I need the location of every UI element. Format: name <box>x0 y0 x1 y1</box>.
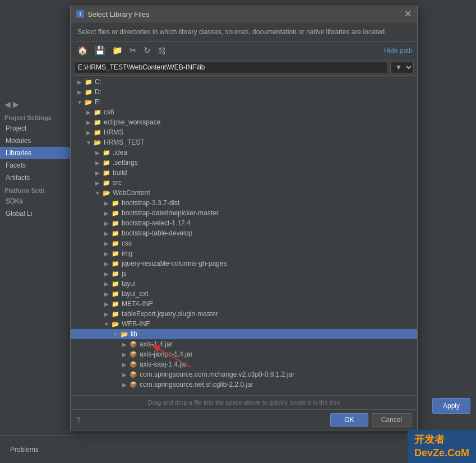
label-cglib: com.springsource.net.sf.cglib-2.2.0.jar <box>140 381 417 388</box>
tree-item-axisjaxrpc[interactable]: ▶ 📦 axis-jaxrpc-1.4.jar <box>71 349 417 359</box>
modal-help-icon[interactable]: ? <box>76 415 81 424</box>
modal-titlebar: I Select Library Files ✕ <box>71 6 417 22</box>
hide-path-link[interactable]: Hide path <box>384 47 413 54</box>
path-input[interactable] <box>74 61 388 73</box>
label-e: E: <box>95 98 417 106</box>
watermark-line2: DevZe.CoM <box>414 447 469 460</box>
folder-icon-meta-inf: 📁 <box>111 300 120 308</box>
toolbar-cut-btn[interactable]: ✂ <box>127 44 139 57</box>
toggle-eclipse-workspace: ▶ <box>84 119 93 126</box>
tree-item-eclipse-workspace[interactable]: ▶ 📁 eclipse_workspace <box>71 117 417 127</box>
toolbar-save-btn[interactable]: 💾 <box>93 44 108 57</box>
toolbar-refresh-btn[interactable]: ↻ <box>141 44 153 57</box>
tree-item-bootstrapdtp[interactable]: ▶ 📁 bootstrap-datetimepicker-master <box>71 208 417 218</box>
tree-item-jquery-resizable[interactable]: ▶ 📁 jquery-resizable-columns-gh-pages <box>71 258 417 268</box>
toggle-src: ▶ <box>93 180 102 186</box>
tree-item-lib[interactable]: ▼ 📂 lib <box>71 329 417 339</box>
toggle-commchange: ▶ <box>120 372 129 378</box>
tree-item-webcontent[interactable]: ▼ 📂 WebContent <box>71 188 417 198</box>
toolbar-new-folder-btn[interactable]: 📁 <box>110 44 125 57</box>
folder-icon-hrms: 📁 <box>93 128 102 136</box>
modal-close-button[interactable]: ✕ <box>404 10 412 18</box>
watermark-line1: 开发者 <box>414 433 469 446</box>
tree-item-layui[interactable]: ▶ 📁 layui <box>71 279 417 289</box>
label-img: img <box>122 249 417 257</box>
toggle-bootstrapselect: ▶ <box>102 220 111 226</box>
label-layui-ext: layui_ext <box>122 290 417 298</box>
toggle-cglib: ▶ <box>120 382 129 388</box>
tree-item-bootstrap337[interactable]: ▶ 📁 bootstrap-3.3.7-dist <box>71 198 417 208</box>
tree-item-idea[interactable]: ▶ 📁 .idea <box>71 147 417 158</box>
folder-icon-layui-ext: 📁 <box>111 290 120 298</box>
tree-item-css[interactable]: ▶ 📁 css <box>71 238 417 248</box>
label-idea: .idea <box>113 149 417 156</box>
toolbar-link-btn[interactable]: ⛓ <box>155 44 168 57</box>
tree-item-bootstraptable[interactable]: ▶ 📁 bootstrap-table-develop <box>71 228 417 238</box>
toggle-hrms: ▶ <box>84 129 93 136</box>
toggle-css: ▶ <box>102 240 111 247</box>
tree-item-img[interactable]: ▶ 📁 img <box>71 248 417 258</box>
label-settings: .settings <box>113 159 417 166</box>
label-d: D: <box>95 88 417 96</box>
tree-item-axis14[interactable]: ▶ 📦 axis-1.4.jar <box>71 339 417 349</box>
path-dropdown[interactable]: ▼ <box>390 61 414 73</box>
label-cs6: cs6 <box>104 108 417 116</box>
folder-icon-bootstrapselect: 📁 <box>111 219 120 227</box>
tree-item-meta-inf[interactable]: ▶ 📁 META-INF <box>71 299 417 309</box>
drag-hint: Drag and drop a file into the space abov… <box>76 399 412 406</box>
toggle-js: ▶ <box>102 271 111 277</box>
tree-item-axissaaj[interactable]: ▶ 📦 axis-saaj-1.4.jar <box>71 359 417 369</box>
tree-item-web-inf[interactable]: ▼ 📂 WEB-INF <box>71 319 417 329</box>
toggle-meta-inf: ▶ <box>102 301 111 307</box>
jar-icon-axisjaxrpc: 📦 <box>129 350 138 358</box>
folder-icon-src: 📁 <box>102 179 111 187</box>
folder-icon-img: 📁 <box>111 249 120 257</box>
label-bootstraptable: bootstrap-table-develop <box>122 229 417 237</box>
tree-item-cs6[interactable]: ▶ 📁 cs6 <box>71 107 417 117</box>
tree-item-bootstrapselect[interactable]: ▶ 📁 bootstrap-select-1.12.4 <box>71 218 417 228</box>
modal-title-text: Select Library Files <box>87 10 150 18</box>
label-meta-inf: META-INF <box>122 300 417 308</box>
label-axissaaj: axis-saaj-1.4.jar <box>140 360 417 368</box>
toggle-img: ▶ <box>102 251 111 257</box>
label-lib: lib <box>131 330 417 338</box>
toggle-axis14: ▶ <box>120 341 129 348</box>
folder-icon-css: 📁 <box>111 239 120 247</box>
label-axisjaxrpc: axis-jaxrpc-1.4.jar <box>140 350 417 358</box>
ok-button[interactable]: OK <box>330 413 368 427</box>
toggle-hrms-test: ▼ <box>84 140 93 146</box>
label-build: build <box>113 169 417 177</box>
toggle-layui-ext: ▶ <box>102 291 111 297</box>
toolbar-buttons: 🏠 💾 📁 ✂ ↻ ⛓ <box>75 44 168 57</box>
folder-icon-settings: 📁 <box>102 159 111 166</box>
modal-path-bar: ▼ <box>71 59 417 76</box>
tree-item-commchange[interactable]: ▶ 📦 com.springsource.com.mchange.v2.c3p0… <box>71 369 417 379</box>
file-tree[interactable]: ▶ 📁 C: ▶ 📁 D: ▼ 📂 E: ▶ 📁 cs6 <box>71 76 417 395</box>
toggle-jquery-resizable: ▶ <box>102 261 111 267</box>
folder-icon-eclipse-workspace: 📁 <box>93 118 102 126</box>
tree-item-layui-ext[interactable]: ▶ 📁 layui_ext <box>71 289 417 299</box>
toggle-d: ▶ <box>75 89 84 95</box>
toolbar-home-btn[interactable]: 🏠 <box>75 44 90 57</box>
tree-item-c[interactable]: ▶ 📁 C: <box>71 77 417 87</box>
toggle-bootstraptable: ▶ <box>102 230 111 237</box>
tree-item-tableexport[interactable]: ▶ 📁 tableExport.jquery.plugin-master <box>71 309 417 319</box>
tree-item-hrms-test[interactable]: ▼ 📂 HRMS_TEST <box>71 137 417 147</box>
folder-icon-e: 📂 <box>84 98 93 106</box>
tree-item-cglib[interactable]: ▶ 📦 com.springsource.net.sf.cglib-2.2.0.… <box>71 379 417 390</box>
folder-icon-build: 📁 <box>102 169 111 177</box>
folder-icon-bootstraptable: 📁 <box>111 229 120 237</box>
tree-item-build[interactable]: ▶ 📁 build <box>71 168 417 178</box>
cancel-button[interactable]: Cancel <box>372 413 412 427</box>
tree-item-js[interactable]: ▶ 📁 js <box>71 268 417 279</box>
label-layui: layui <box>122 280 417 288</box>
tree-item-e[interactable]: ▼ 📂 E: <box>71 97 417 107</box>
modal-title-icon: I <box>76 10 84 18</box>
folder-icon-c: 📁 <box>84 78 93 86</box>
folder-icon-webcontent: 📂 <box>102 189 111 197</box>
tree-item-hrms[interactable]: ▶ 📁 HRMS <box>71 127 417 137</box>
label-tableexport: tableExport.jquery.plugin-master <box>122 310 417 318</box>
tree-item-src[interactable]: ▶ 📁 src <box>71 178 417 188</box>
tree-item-d[interactable]: ▶ 📁 D: <box>71 87 417 97</box>
tree-item-settings[interactable]: ▶ 📁 .settings <box>71 158 417 168</box>
